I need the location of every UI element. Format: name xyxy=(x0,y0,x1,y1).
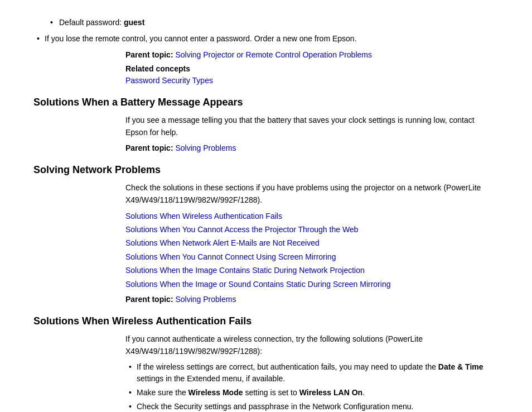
password-security-link[interactable]: Password Security Types xyxy=(125,76,213,85)
top-bullets-section: Default password: guest If you lose the … xyxy=(33,17,499,87)
remote-control-text: If you lose the remote control, you cann… xyxy=(45,34,357,43)
page-content: Default password: guest If you lose the … xyxy=(33,17,499,412)
top-bullet-list: Default password: guest xyxy=(33,17,499,28)
bullet-1-bold: Date & Time xyxy=(438,362,483,371)
default-password-label: Default password: xyxy=(59,18,124,27)
bullet-2-bold2: Wireless LAN On xyxy=(299,388,362,397)
battery-parent-topic-line: Parent topic: Solving Problems xyxy=(125,142,499,154)
battery-section-heading: Solutions When a Battery Message Appears xyxy=(33,97,499,108)
battery-section-body: If you see a message telling you that th… xyxy=(125,114,499,154)
wireless-section-body: If you cannot authenticate a wireless co… xyxy=(125,333,499,412)
list-item: Solutions When Network Alert E-Mails are… xyxy=(125,237,499,249)
wireless-section: Solutions When Wireless Authentication F… xyxy=(33,315,499,412)
related-concepts-block: Related concepts Password Security Types xyxy=(125,63,499,87)
battery-body-text: If you see a message telling you that th… xyxy=(125,114,499,139)
battery-parent-label: Parent topic: xyxy=(125,143,173,152)
parent-topic-line-1: Parent topic: Solving Projector or Remot… xyxy=(125,49,499,61)
network-section-body: Check the solutions in these sections if… xyxy=(125,181,499,305)
bullet-2-prefix: Make sure the xyxy=(137,388,188,397)
network-parent-topic-line: Parent topic: Solving Problems xyxy=(125,294,499,305)
list-item: Solutions When the Image or Sound Contai… xyxy=(125,278,499,290)
network-link-1[interactable]: Solutions When You Cannot Access the Pro… xyxy=(125,225,358,234)
list-item: Solutions When You Cannot Connect Using … xyxy=(125,251,499,263)
list-item: Check the Security settings and passphra… xyxy=(125,401,499,412)
list-item: Solutions When the Image Contains Static… xyxy=(125,264,499,276)
remote-bullet-list: If you lose the remote control, you cann… xyxy=(33,33,499,45)
network-link-5[interactable]: Solutions When the Image or Sound Contai… xyxy=(125,280,390,289)
list-item: Make sure the Wireless Mode setting is s… xyxy=(125,387,499,399)
parent-topic-link-1[interactable]: Solving Projector or Remote Control Oper… xyxy=(175,50,372,59)
wireless-bullets: If the wireless settings are correct, bu… xyxy=(125,361,499,412)
list-item: If the wireless settings are correct, bu… xyxy=(125,361,499,385)
network-link-2[interactable]: Solutions When Network Alert E-Mails are… xyxy=(125,238,320,247)
battery-parent-link[interactable]: Solving Problems xyxy=(175,143,236,152)
network-section: Solving Network Problems Check the solut… xyxy=(33,164,499,305)
battery-section: Solutions When a Battery Message Appears… xyxy=(33,97,499,154)
list-item: Solutions When Wireless Authentication F… xyxy=(125,210,499,222)
network-links-list: Solutions When Wireless Authentication F… xyxy=(125,210,499,290)
bullet-2-bold1: Wireless Mode xyxy=(188,388,243,397)
parent-topic-label-1: Parent topic: xyxy=(125,50,173,59)
bullet-1-suffix: settings in the Extended menu, if availa… xyxy=(137,374,285,383)
related-concepts-heading: Related concepts xyxy=(125,63,499,75)
network-parent-link[interactable]: Solving Problems xyxy=(175,295,236,304)
network-link-4[interactable]: Solutions When the Image Contains Static… xyxy=(125,266,365,275)
wireless-section-heading: Solutions When Wireless Authentication F… xyxy=(33,315,499,327)
list-item: Solutions When You Cannot Access the Pro… xyxy=(125,223,499,236)
bullet-1-prefix: If the wireless settings are correct, bu… xyxy=(137,362,438,371)
password-value: guest xyxy=(124,18,144,27)
network-parent-label: Parent topic: xyxy=(125,295,173,304)
network-link-0[interactable]: Solutions When Wireless Authentication F… xyxy=(125,212,282,221)
bullet-3-text: Check the Security settings and passphra… xyxy=(137,402,414,411)
remote-control-bullet: If you lose the remote control, you cann… xyxy=(33,33,499,45)
sub-bullet-password: Default password: guest xyxy=(39,17,499,28)
bullet-2-suffix: . xyxy=(362,388,365,397)
network-link-3[interactable]: Solutions When You Cannot Connect Using … xyxy=(125,252,336,261)
network-body-text: Check the solutions in these sections if… xyxy=(125,181,499,207)
network-section-heading: Solving Network Problems xyxy=(33,164,499,176)
wireless-intro-text: If you cannot authenticate a wireless co… xyxy=(125,333,499,358)
bullet-2-middle: setting is set to xyxy=(243,388,299,397)
